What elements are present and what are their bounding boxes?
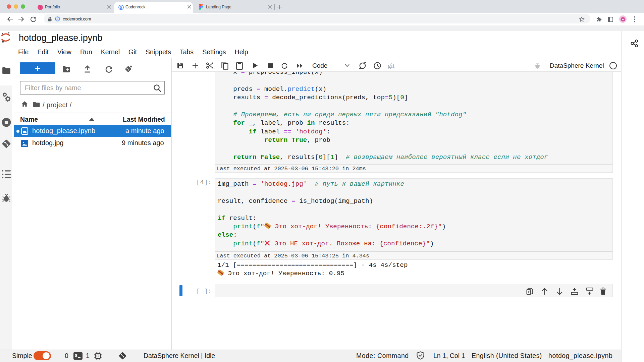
svg-text:$: $ xyxy=(75,353,77,358)
